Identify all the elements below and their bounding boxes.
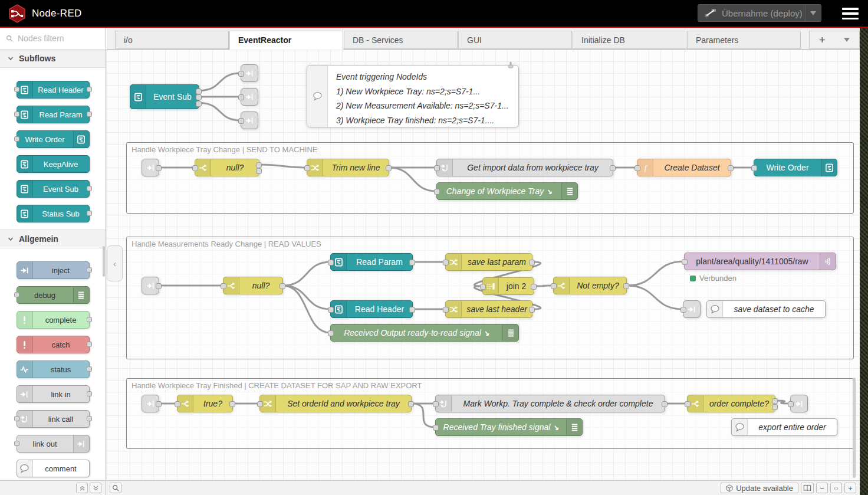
port[interactable] <box>14 292 19 297</box>
wire[interactable] <box>199 103 241 121</box>
port-output[interactable] <box>196 94 202 100</box>
palette-node-keepalive[interactable]: KeepAlive <box>17 155 90 173</box>
node-ndbg1[interactable]: Change of Workpiece Tray↘ <box>436 182 578 200</box>
node-ncreate[interactable]: fCreate Dataset <box>637 159 731 176</box>
port-output[interactable] <box>409 307 415 313</box>
palette-node-link-out[interactable]: link out <box>17 435 90 453</box>
port-output[interactable] <box>623 283 629 289</box>
port-input[interactable] <box>328 260 334 265</box>
port-input[interactable] <box>328 307 334 313</box>
update-available-button[interactable]: Update available <box>721 483 798 493</box>
node-lo3[interactable] <box>241 112 258 129</box>
port-input[interactable] <box>680 307 686 313</box>
port-output[interactable] <box>409 260 415 265</box>
navigator-button[interactable] <box>801 483 814 493</box>
node-nrh[interactable]: Read Header <box>330 300 413 318</box>
node-nget[interactable]: Get import data from workpiece tray <box>436 159 613 176</box>
port-input[interactable] <box>443 260 449 265</box>
palette-node-debug[interactable]: debug <box>17 286 90 304</box>
tab-db-services[interactable]: DB - Services <box>344 31 458 49</box>
port[interactable] <box>87 186 92 191</box>
node-nrp[interactable]: Read Param <box>330 253 413 271</box>
palette-node-complete[interactable]: complete <box>17 311 90 329</box>
port-input[interactable] <box>634 165 640 171</box>
palette-node-event-sub[interactable]: Event Sub <box>17 180 90 198</box>
port-output[interactable] <box>229 401 235 407</box>
node-lo5[interactable] <box>790 395 808 412</box>
canvas-scrollbar[interactable] <box>853 378 856 478</box>
palette-section-header-allgemein[interactable]: Allgemein <box>0 230 106 248</box>
zoom-reset-button[interactable]: ○ <box>830 483 842 493</box>
flow-group-3[interactable]: Handle Workpiece Tray Finished | CREATE … <box>126 378 854 449</box>
palette-node-status[interactable]: status <box>17 360 90 378</box>
flow-list-caret-icon[interactable] <box>844 38 850 42</box>
palette-scrollbar[interactable] <box>103 246 105 277</box>
port-input[interactable] <box>682 259 688 265</box>
port-input[interactable] <box>443 307 449 313</box>
search-flows-button[interactable] <box>110 483 121 493</box>
node-li3[interactable] <box>142 395 159 412</box>
tab-gui[interactable]: GUI <box>458 31 572 49</box>
port-output[interactable] <box>531 284 537 290</box>
zoom-out-button[interactable]: − <box>816 483 828 493</box>
node-li1[interactable] <box>142 159 159 176</box>
palette-expand-all-button[interactable] <box>90 483 101 493</box>
port-output[interactable] <box>196 101 202 107</box>
port-output[interactable] <box>256 168 262 174</box>
port-input[interactable] <box>788 401 794 407</box>
flow-canvas[interactable]: Handle Workpiece Tray Change | SEND TO M… <box>106 50 860 481</box>
palette-section-header-subflows[interactable]: Subflows <box>0 49 106 68</box>
node-nslp[interactable]: save last param <box>445 253 532 271</box>
port[interactable] <box>14 112 19 117</box>
tab-i-o[interactable]: i/o <box>115 31 229 49</box>
palette-node-status-sub[interactable]: Status Sub <box>17 205 90 222</box>
port-input[interactable] <box>480 284 486 290</box>
port-input[interactable] <box>433 425 439 431</box>
deploy-button[interactable]: Übernahme (deploy) <box>698 4 821 22</box>
palette-node-write-order[interactable]: Write Order <box>17 130 90 148</box>
hamburger-menu-icon[interactable] <box>842 8 859 19</box>
port-output[interactable] <box>280 283 285 289</box>
port-output[interactable] <box>156 165 162 171</box>
port-input[interactable] <box>238 71 244 77</box>
port[interactable] <box>87 317 92 322</box>
node-ncmt1[interactable]: save dataset to cache <box>706 300 826 318</box>
port[interactable] <box>87 366 92 372</box>
wire[interactable] <box>199 73 241 91</box>
port-input[interactable] <box>434 165 440 171</box>
node-nmark[interactable]: Mark Workp. Tray complete & check order … <box>435 395 665 412</box>
palette-node-catch[interactable]: catch <box>17 336 90 353</box>
port-input[interactable] <box>685 401 691 407</box>
node-noc[interactable]: order complete? <box>687 395 775 412</box>
port-output[interactable] <box>156 401 162 407</box>
port-input[interactable] <box>238 118 244 124</box>
port-input[interactable] <box>434 189 440 195</box>
node-nwrite[interactable]: Write Order <box>754 159 837 176</box>
palette-collapse-button[interactable]: ‹ <box>107 245 123 281</box>
port[interactable] <box>87 112 92 117</box>
port-input[interactable] <box>192 165 198 171</box>
port-output[interactable] <box>196 88 202 94</box>
tab-parameters[interactable]: Parameters <box>687 31 801 49</box>
port-input[interactable] <box>433 401 439 407</box>
palette-node-read-header[interactable]: Read Header <box>17 81 90 99</box>
port-input[interactable] <box>221 283 226 289</box>
deploy-caret-icon[interactable] <box>805 11 821 15</box>
port-output[interactable] <box>728 165 734 171</box>
port-output[interactable] <box>256 162 262 168</box>
port-input[interactable] <box>328 330 334 336</box>
port[interactable] <box>87 416 92 421</box>
port-output[interactable] <box>662 401 668 407</box>
palette-node-read-param[interactable]: Read Param <box>17 106 90 123</box>
port[interactable] <box>14 441 19 446</box>
node-nne[interactable]: Not empty? <box>553 277 627 294</box>
port[interactable] <box>87 211 92 216</box>
palette-node-link-call[interactable]: link call <box>17 410 90 428</box>
port-input[interactable] <box>551 283 557 289</box>
node-nnull2[interactable]: null? <box>223 277 283 294</box>
port[interactable] <box>87 267 92 273</box>
info-comment-box[interactable]: Event triggering NodeIds1) New Workpiece… <box>307 65 519 127</box>
port-output[interactable] <box>408 401 414 407</box>
node-ntrim[interactable]: Trim new line <box>307 159 389 176</box>
node-ev[interactable]: Event Sub <box>130 84 199 109</box>
